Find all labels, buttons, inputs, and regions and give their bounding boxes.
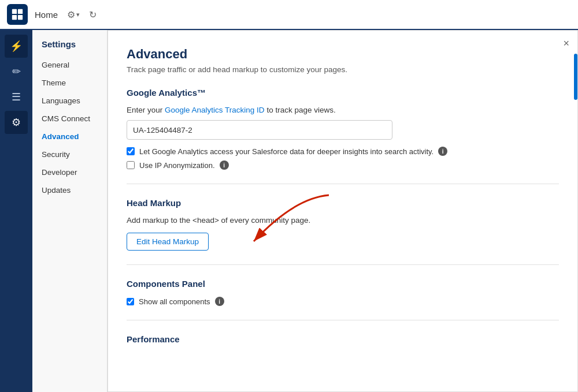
- refresh-button[interactable]: ↻: [89, 9, 97, 20]
- chevron-down-icon: ▾: [76, 11, 80, 18]
- svg-rect-1: [18, 9, 23, 14]
- show-all-components-checkbox[interactable]: [127, 298, 134, 305]
- performance-section-title: Performance: [127, 334, 559, 344]
- svg-rect-3: [18, 15, 23, 20]
- ga-checkbox2-row: Use IP Anonymization. i: [127, 160, 559, 170]
- sidebar: Settings General Theme Languages CMS Con…: [32, 30, 108, 392]
- bg-dom-item: 2 DOM...: [108, 370, 577, 383]
- topbar: Home ⚙ ▾ ↻: [0, 0, 578, 30]
- ga-info-icon-1: i: [438, 147, 447, 156]
- rail-menu-button[interactable]: ☰: [5, 85, 28, 109]
- topbar-title: Home: [35, 10, 58, 20]
- sidebar-item-general[interactable]: General: [32, 56, 107, 74]
- show-all-components-label: Show all components: [139, 297, 210, 306]
- head-markup-section-title: Head Markup: [127, 198, 559, 208]
- components-info-icon: i: [215, 297, 224, 306]
- refresh-icon: ↻: [89, 10, 97, 20]
- rail-settings-button[interactable]: ⚙: [5, 111, 28, 134]
- sidebar-item-security[interactable]: Security: [32, 145, 107, 163]
- divider-3: [127, 320, 559, 320]
- head-markup-desc: Add markup to the <head> of every commun…: [127, 216, 559, 225]
- gear-button[interactable]: ⚙ ▾: [67, 9, 80, 20]
- sidebar-item-developer[interactable]: Developer: [32, 163, 107, 181]
- sidebar-item-advanced[interactable]: Advanced: [32, 128, 107, 145]
- divider-2: [127, 264, 559, 265]
- ga-label: Enter your Google Analytics Tracking ID …: [127, 106, 559, 114]
- sidebar-title: Settings: [32, 39, 107, 56]
- ga-checkbox2[interactable]: [127, 161, 135, 169]
- content-inner: Advanced Track page traffic or add head …: [108, 31, 577, 368]
- sidebar-item-theme[interactable]: Theme: [32, 74, 107, 92]
- ga-checkbox1-label: Let Google Analytics access your Salesfo…: [139, 147, 433, 156]
- icon-rail: ⚡ ✏ ☰ ⚙: [0, 30, 32, 392]
- ga-label-prefix: Enter your: [127, 106, 165, 114]
- sidebar-item-updates[interactable]: Updates: [32, 181, 107, 199]
- main-layout: ⚡ ✏ ☰ ⚙ Settings General Theme Languages…: [0, 30, 578, 392]
- ga-tracking-link[interactable]: Google Analytics Tracking ID: [165, 106, 265, 114]
- scroll-accent: [574, 54, 577, 100]
- edit-head-markup-button[interactable]: Edit Head Markup: [127, 233, 209, 251]
- sidebar-item-languages[interactable]: Languages: [32, 92, 107, 110]
- components-section-title: Components Panel: [127, 279, 559, 289]
- gear-icon: ⚙: [67, 9, 75, 20]
- panel-title: Advanced: [127, 47, 559, 62]
- ga-section-title: Google Analytics™: [127, 88, 559, 98]
- edit-head-markup-container: Edit Head Markup: [127, 233, 209, 251]
- svg-rect-0: [12, 9, 17, 14]
- rail-lightning-button[interactable]: ⚡: [5, 35, 28, 58]
- svg-rect-2: [12, 15, 17, 20]
- ga-checkbox2-label: Use IP Anonymization.: [139, 161, 215, 170]
- components-checkbox-row: Show all components i: [127, 297, 559, 306]
- content-panel: × Advanced Track page traffic or add hea…: [108, 30, 578, 392]
- divider-1: [127, 184, 559, 184]
- rail-edit-button[interactable]: ✏: [5, 60, 28, 83]
- ga-info-icon-2: i: [220, 160, 229, 170]
- ga-checkbox1-row: Let Google Analytics access your Salesfo…: [127, 147, 559, 156]
- app-logo: [7, 4, 28, 25]
- ga-checkbox1[interactable]: [127, 147, 135, 155]
- sidebar-item-cms-connect[interactable]: CMS Connect: [32, 110, 107, 128]
- ga-label-suffix: to track page views.: [265, 106, 336, 114]
- ga-tracking-input[interactable]: [127, 120, 392, 140]
- panel-subtitle: Track page traffic or add head markup to…: [127, 65, 559, 74]
- close-button[interactable]: ×: [563, 38, 569, 50]
